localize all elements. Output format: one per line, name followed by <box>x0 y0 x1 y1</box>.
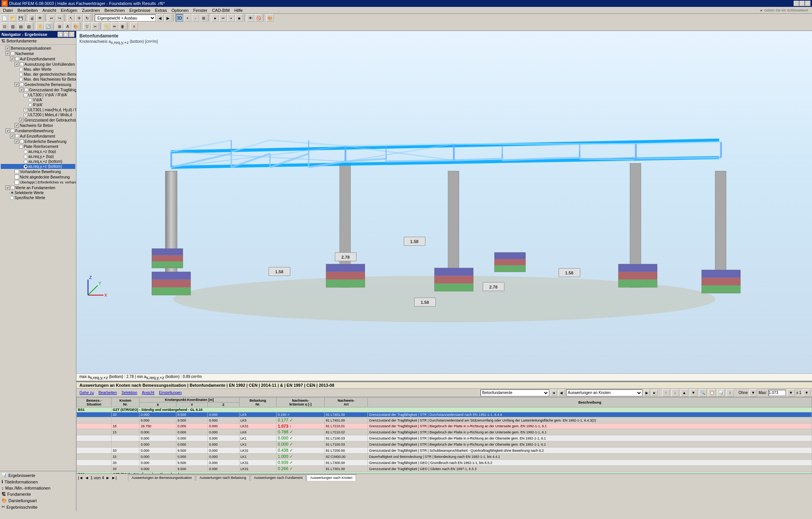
table-row-9[interactable]: 33 0.000 9.500 0.000 LK31 0.939 ✓ 81 L73… <box>77 460 812 466</box>
lc-prev-btn[interactable]: ◀ <box>156 14 164 22</box>
tb-annotate-btn[interactable]: ✏ <box>111 23 118 30</box>
tb-hide-btn[interactable]: 🚫 <box>255 14 262 22</box>
nav-check-einzelf2[interactable]: ✓ <box>10 134 15 138</box>
th-coords[interactable]: Knotenpunkt-Koordinaten [m] <box>139 397 239 402</box>
nav-spezifische[interactable]: Spezifische Werte <box>1 195 75 200</box>
panel-back-btn[interactable]: ◄ <box>58 32 63 37</box>
nav-expand-ult301[interactable]: + <box>24 108 27 112</box>
table-row-8[interactable]: 15 0.000 0.000 0.000 LK1 1.000 ✓ 82 C340… <box>77 454 812 460</box>
th-x[interactable]: X <box>139 402 176 407</box>
tb-node-btn[interactable]: ● <box>211 14 219 22</box>
nav-ausnutzung[interactable]: ✓ - Ausnutzung der Umhüllenden <box>1 62 75 67</box>
nav-check-fundam[interactable]: ✓ <box>5 128 10 133</box>
nav-expand-plate[interactable]: - <box>19 145 23 149</box>
nav-check-geot[interactable]: ✓ <box>15 82 19 87</box>
results-tb-btn-1[interactable]: ↑ <box>662 389 670 397</box>
close-button[interactable]: × <box>805 1 810 6</box>
nav-werte[interactable]: ✓ - Werte an Fundamenten <box>1 185 75 190</box>
nav-rd-a[interactable]: R'd/A' <box>1 102 75 107</box>
tb-open-btn[interactable]: 📂 <box>9 14 16 22</box>
nav-expand-ult300[interactable]: - <box>24 93 27 97</box>
nav-expand-ult200[interactable]: + <box>24 113 27 117</box>
nav-root-betonfundamente[interactable]: 🏗 Betonfundamente <box>2 39 74 44</box>
tb-mesh-btn[interactable]: ⊞ <box>56 23 63 30</box>
nav-check-nicht[interactable] <box>15 175 19 179</box>
nav-expand-werte[interactable]: - <box>11 186 15 190</box>
btn-einstellungen[interactable]: Einstellungen <box>157 390 183 395</box>
tb-pan-btn[interactable]: ✋ <box>36 23 44 30</box>
nav-max-aller[interactable]: Max. aller Werte <box>1 67 75 72</box>
nav-ult200[interactable]: + ULT200 | Mdes,d / Mrds,d <box>1 112 75 117</box>
nav-fundamente[interactable]: 🏗 Fundamente <box>1 491 75 497</box>
nav-expand-einzelf2[interactable]: - <box>15 134 19 138</box>
nav-radio-top-x[interactable] <box>24 150 27 154</box>
table-row-2[interactable]: 0.000 9.500 0.000 LK5 0.177 ✓ 81 L7401.0… <box>77 417 812 423</box>
tb-x-btn[interactable]: ✕ <box>130 23 138 30</box>
nav-auf-einzelf-2[interactable]: ✓ - Auf Einzelfundament <box>1 133 75 139</box>
page-nav-last[interactable]: ►| <box>112 475 117 480</box>
tb-print-btn[interactable]: 🖨 <box>28 14 36 22</box>
results-tb-btn-2[interactable]: ↓ <box>671 389 679 397</box>
nav-nachweise[interactable]: ✓ - Nachweise <box>1 51 75 56</box>
panel-forward-btn[interactable]: ► <box>63 32 69 37</box>
nav-ult301[interactable]: + ULT301 | max(Hs,d, Hy,d) / Rs,d <box>1 107 75 112</box>
results-tb-btn-5[interactable]: 🔍 <box>699 389 707 397</box>
menu-ergebnisse[interactable]: Ergebnisse <box>127 8 153 13</box>
nav-expand-einzelf[interactable]: - <box>15 57 19 61</box>
th-beschreibung[interactable]: Beschreibung <box>368 397 812 407</box>
tb-render-btn[interactable]: 🎨 <box>266 14 274 22</box>
nav-arrow-prev[interactable]: ◄ <box>551 390 557 396</box>
nav-as-top-x[interactable]: as,req,x,+z (top) <box>1 149 75 154</box>
nav-check-einzelf[interactable]: ✓ <box>10 57 15 61</box>
table-row-7[interactable]: 33 0.000 9.500 0.000 LK31 0.438 ✓ 81 L72… <box>77 448 812 454</box>
th-z[interactable]: Z <box>208 402 239 407</box>
nav-expand-fundam[interactable]: - <box>11 129 15 133</box>
nav-auf-einzelfundament[interactable]: ✓ - Auf Einzelfundament <box>1 56 75 62</box>
max-btn[interactable]: ▼ <box>787 389 795 397</box>
nav-arrow-next[interactable]: ► <box>652 390 658 396</box>
nav-fundamentbewehrung[interactable]: ✓ - Fundamentbewehrung <box>1 128 75 133</box>
table-row-6[interactable]: 0.000 0.000 0.000 LK1 0.000 ✓ 81 L7100.0… <box>77 441 812 448</box>
lc-next-btn[interactable]: ▶ <box>164 14 172 22</box>
tb-undo-btn[interactable]: ↩ <box>48 14 55 22</box>
nav-arrow-play-next[interactable]: ▶ <box>644 390 650 396</box>
nav-radio-rda[interactable] <box>28 103 32 107</box>
nav-radio-max-geot[interactable] <box>19 73 23 76</box>
nav-expand-ausn[interactable]: - <box>20 62 24 66</box>
tb-color-btn[interactable]: 🎨 <box>72 23 79 30</box>
table-row-1[interactable]: 33 0.000 9.500 0.000 LK5 0.150 ✓ 81 L740… <box>77 412 812 417</box>
tb-select-btn[interactable]: ↖ <box>67 14 75 22</box>
table-row-10[interactable]: 33 0.000 9.500 0.000 LK31 0.266 ✓ 81 L73… <box>77 466 812 472</box>
tb-member-btn[interactable]: ═ <box>219 14 227 22</box>
results-tb-btn-6[interactable]: 📋 <box>708 389 716 397</box>
menu-cad-bim[interactable]: CAD-BIM <box>210 8 232 13</box>
menu-zuordnen[interactable]: Zuordnen <box>79 8 102 13</box>
tb-move-btn[interactable]: ✛ <box>75 14 83 22</box>
tb-front-btn[interactable]: ▥ <box>9 23 16 30</box>
nav-expand-geot[interactable]: - <box>20 83 24 86</box>
page-nav-first[interactable]: |◄ <box>78 475 83 480</box>
nav-geot-bem[interactable]: ✓ - Geotechnische Bemessung <box>1 82 75 87</box>
tb-label-btn[interactable]: A <box>64 23 71 30</box>
nav-max-beton[interactable]: Max. des Nachweises für Beton <box>1 77 75 82</box>
nav-ueberlappt[interactable]: Überlappt | Erforderliches vs. vorhanden… <box>1 180 75 185</box>
nav-erf-bewehrung[interactable]: ✓ - Erforderliche Bewehrung <box>1 139 75 144</box>
tb-right-btn[interactable]: ▧ <box>25 23 32 30</box>
panel-close-btn[interactable]: × <box>69 32 74 37</box>
nav-darstellungsart[interactable]: 🎨 Darstellungsart <box>1 497 75 504</box>
tab-bemessungssituation[interactable]: Auswertungen an Bemessungssituation <box>128 475 195 481</box>
nav-radio-bottom-x[interactable] <box>24 160 27 164</box>
btn-gehe-zu[interactable]: Gehe zu <box>78 390 95 395</box>
results-table-wrap[interactable]: Bemess.-Situation KnotenNr. Knotenpunkt-… <box>76 397 812 474</box>
nav-bemessungssituationen[interactable]: ✓ Bemessungssituationen <box>1 45 75 51</box>
nav-vorhandene[interactable]: Vorhandene Bewehrung <box>1 169 75 174</box>
panel-controls[interactable]: ◄ ► × <box>58 32 74 37</box>
menu-fenster[interactable]: Fenster <box>191 8 210 13</box>
nav-gebrauch[interactable]: ✓ Grenzzustand der Gebrauchstauglich... <box>1 117 75 123</box>
th-nachweis-eta[interactable]: Nachweis-kriterium η [-] <box>277 397 325 407</box>
results-tb-btn-3[interactable]: ▲ <box>681 389 688 397</box>
menu-berechnen[interactable]: Berechnen <box>102 8 127 13</box>
max-value-input[interactable] <box>768 390 786 396</box>
nav-plate-reinf[interactable]: - Plate Reinforcement <box>1 144 75 149</box>
nav-radio-bottom-y[interactable] <box>24 165 27 169</box>
